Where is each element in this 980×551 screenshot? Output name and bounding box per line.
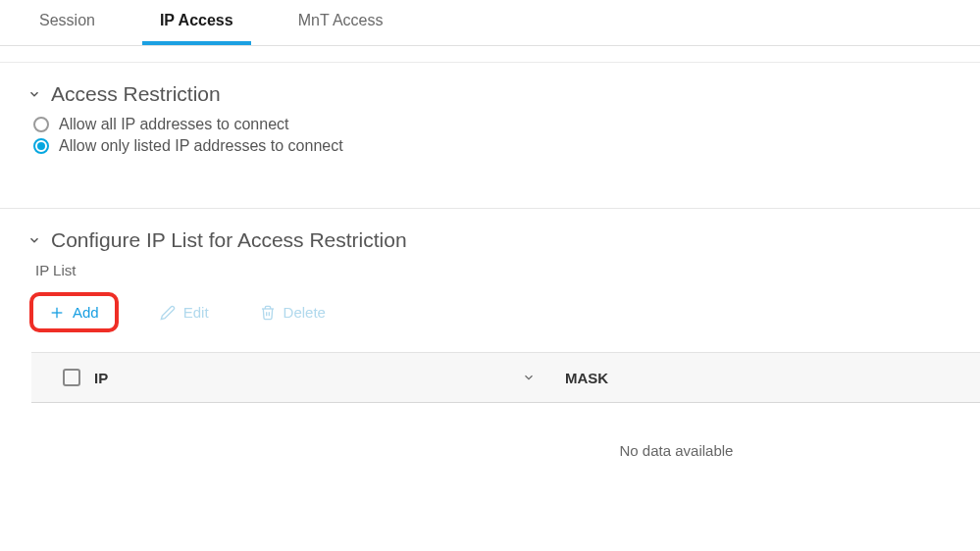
empty-state-text: No data available (373, 403, 980, 498)
radio-icon-selected (33, 138, 49, 154)
section-header[interactable]: Access Restriction (26, 82, 954, 106)
header-checkbox-cell (31, 369, 94, 386)
radio-label: Allow all IP addresses to connect (59, 116, 289, 133)
radio-label: Allow only listed IP addresses to connec… (59, 137, 343, 155)
add-button[interactable]: Add (39, 298, 109, 326)
delete-label: Delete (284, 304, 326, 321)
access-restriction-section: Access Restriction Allow all IP addresse… (0, 63, 980, 169)
radio-allow-all[interactable]: Allow all IP addresses to connect (33, 116, 954, 133)
configure-ip-list-section: Configure IP List for Access Restriction… (0, 209, 980, 352)
select-all-checkbox[interactable] (63, 369, 80, 386)
ip-list-label: IP List (35, 262, 954, 278)
delete-button[interactable]: Delete (250, 298, 335, 326)
table-header-row: IP MASK (31, 352, 980, 403)
column-label: MASK (565, 370, 608, 386)
column-header-mask[interactable]: MASK (565, 370, 608, 386)
tab-ip-access[interactable]: IP Access (142, 0, 251, 45)
section-header[interactable]: Configure IP List for Access Restriction (26, 228, 954, 252)
toolbar: Add Edit Delete (26, 292, 954, 332)
highlight-annotation: Add (29, 292, 119, 332)
chevron-down-icon (26, 231, 43, 249)
column-label: IP (94, 370, 108, 386)
edit-button[interactable]: Edit (150, 298, 219, 326)
edit-label: Edit (183, 304, 209, 321)
tab-session[interactable]: Session (22, 0, 113, 45)
section-title: Access Restriction (51, 82, 221, 106)
trash-icon (260, 305, 276, 321)
column-header-ip[interactable]: IP (94, 370, 565, 386)
tab-mnt-access[interactable]: MnT Access (281, 0, 401, 45)
tabs-bar: Session IP Access MnT Access (0, 0, 980, 46)
radio-allow-listed[interactable]: Allow only listed IP addresses to connec… (33, 137, 954, 155)
add-label: Add (73, 304, 99, 321)
plus-icon (49, 305, 65, 321)
chevron-down-icon (522, 371, 536, 384)
pencil-icon (160, 305, 176, 321)
radio-group: Allow all IP addresses to connect Allow … (26, 116, 954, 155)
radio-icon (33, 117, 49, 132)
section-title: Configure IP List for Access Restriction (51, 228, 407, 252)
chevron-down-icon (26, 85, 43, 103)
